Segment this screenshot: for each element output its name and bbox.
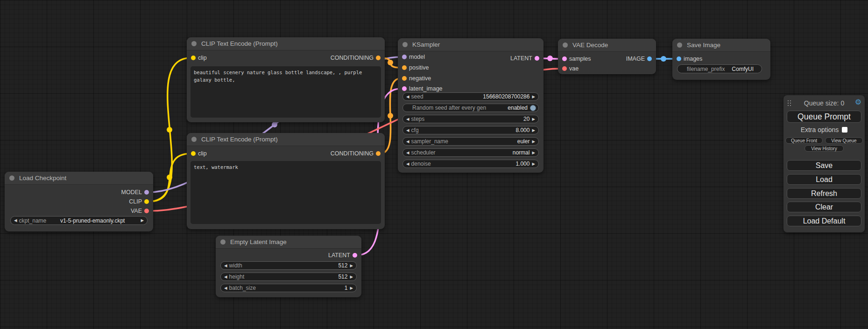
widget-batch-size[interactable]: ◀ batch_size 1 ▶	[220, 284, 357, 292]
increment-arrow-icon[interactable]: ▶	[350, 286, 353, 290]
increment-arrow-icon[interactable]: ▶	[350, 275, 353, 279]
positive-prompt-textarea[interactable]: beautiful scenery nature glass bottle la…	[191, 66, 381, 118]
node-load-checkpoint[interactable]: Load Checkpoint MODEL CLIP VAE ◀ ckpt_na…	[5, 172, 153, 231]
input-slot-clip[interactable]: clip	[189, 149, 207, 158]
increment-arrow-icon[interactable]: ▶	[532, 117, 535, 121]
increment-arrow-icon[interactable]: ▶	[141, 218, 144, 223]
conditioning-port-icon[interactable]	[402, 76, 407, 81]
widget-steps[interactable]: ◀ steps 20 ▶	[402, 115, 539, 123]
collapse-dot-icon[interactable]	[191, 41, 197, 46]
decrement-arrow-icon[interactable]: ◀	[406, 117, 409, 121]
decrement-arrow-icon[interactable]: ◀	[14, 218, 17, 223]
node-title-bar[interactable]: Load Checkpoint	[5, 172, 153, 185]
widget-seed[interactable]: ◀ seed 156680208700286 ▶	[402, 92, 539, 101]
clip-port-icon[interactable]	[191, 151, 196, 156]
increment-arrow-icon[interactable]: ▶	[532, 140, 535, 144]
latent-port-icon[interactable]	[562, 56, 567, 61]
view-queue-button[interactable]: View Queue	[825, 137, 863, 144]
node-title-bar[interactable]: VAE Decode	[558, 39, 656, 52]
conditioning-port-icon[interactable]	[376, 56, 381, 60]
increment-arrow-icon[interactable]: ▶	[532, 95, 535, 99]
input-slot-latent-image[interactable]: latent_image	[400, 84, 443, 93]
input-slot-images[interactable]: images	[674, 55, 702, 63]
collapse-dot-icon[interactable]	[191, 137, 197, 142]
node-title-bar[interactable]: KSampler	[398, 38, 543, 51]
refresh-button[interactable]: Refresh	[787, 188, 861, 199]
latent-port-icon[interactable]	[353, 253, 357, 258]
toggle-enabled-icon[interactable]	[530, 105, 536, 111]
widget-height[interactable]: ◀ height 512 ▶	[220, 273, 357, 281]
latent-port-icon[interactable]	[402, 86, 407, 91]
node-graph-canvas[interactable]: Load Checkpoint MODEL CLIP VAE ◀ ckpt_na…	[0, 0, 868, 329]
queue-front-button[interactable]: Queue Front	[785, 137, 823, 144]
output-slot-model[interactable]: MODEL	[121, 188, 151, 196]
decrement-arrow-icon[interactable]: ◀	[224, 286, 227, 290]
collapse-dot-icon[interactable]	[220, 239, 226, 245]
node-title-bar[interactable]: CLIP Text Encode (Prompt)	[187, 133, 385, 146]
input-slot-clip[interactable]: clip	[189, 54, 207, 62]
clip-port-icon[interactable]	[144, 199, 149, 204]
decrement-arrow-icon[interactable]: ◀	[406, 95, 409, 99]
vae-port-icon[interactable]	[144, 209, 149, 213]
decrement-arrow-icon[interactable]: ◀	[406, 151, 409, 155]
view-history-button[interactable]: View History	[804, 145, 844, 152]
node-clip-text-encode-negative[interactable]: CLIP Text Encode (Prompt) clip CONDITION…	[187, 133, 385, 229]
node-vae-decode[interactable]: VAE Decode samples vae IMAGE	[558, 39, 656, 74]
decrement-arrow-icon[interactable]: ◀	[406, 128, 409, 133]
widget-ckpt-name[interactable]: ◀ ckpt_name v1-5-pruned-emaonly.ckpt ▶	[10, 216, 148, 225]
output-slot-conditioning[interactable]: CONDITIONING	[331, 149, 383, 158]
clear-button[interactable]: Clear	[787, 202, 861, 212]
input-slot-samples[interactable]: samples	[560, 55, 591, 63]
node-save-image[interactable]: Save Image images filename_prefix ComfyU…	[672, 39, 770, 80]
collapse-dot-icon[interactable]	[677, 42, 682, 48]
increment-arrow-icon[interactable]: ▶	[350, 264, 353, 268]
collapse-dot-icon[interactable]	[9, 175, 14, 181]
load-button[interactable]: Load	[787, 174, 861, 185]
model-port-icon[interactable]	[144, 190, 149, 195]
decrement-arrow-icon[interactable]: ◀	[224, 275, 227, 279]
output-slot-vae[interactable]: VAE	[131, 207, 151, 215]
save-button[interactable]: Save	[787, 160, 861, 171]
increment-arrow-icon[interactable]: ▶	[532, 128, 535, 133]
output-slot-clip[interactable]: CLIP	[129, 197, 151, 206]
collapse-dot-icon[interactable]	[402, 42, 408, 47]
collapse-dot-icon[interactable]	[563, 42, 568, 48]
widget-random-seed-toggle[interactable]: Random seed after every gen enabled	[402, 104, 539, 112]
node-clip-text-encode-positive[interactable]: CLIP Text Encode (Prompt) clip CONDITION…	[187, 37, 385, 122]
conditioning-port-icon[interactable]	[402, 65, 407, 70]
increment-arrow-icon[interactable]: ▶	[532, 162, 535, 166]
gear-icon[interactable]: ⚙	[855, 97, 861, 107]
negative-prompt-textarea[interactable]: text, watermark	[191, 161, 381, 224]
vae-port-icon[interactable]	[562, 66, 567, 71]
latent-port-icon[interactable]	[535, 56, 539, 61]
output-slot-conditioning[interactable]: CONDITIONING	[331, 54, 383, 62]
widget-sampler-name[interactable]: ◀ sampler_name euler ▶	[402, 137, 539, 146]
widget-denoise[interactable]: ◀ denoise 1.000 ▶	[402, 160, 539, 168]
input-slot-model[interactable]: model	[400, 53, 425, 61]
node-title-bar[interactable]: CLIP Text Encode (Prompt)	[187, 37, 385, 50]
output-slot-image[interactable]: IMAGE	[626, 55, 654, 63]
extra-options-checkbox[interactable]	[842, 127, 847, 133]
output-slot-latent[interactable]: LATENT	[510, 54, 542, 63]
conditioning-port-icon[interactable]	[376, 151, 381, 156]
node-title-bar[interactable]: Save Image	[672, 39, 770, 52]
decrement-arrow-icon[interactable]: ◀	[406, 162, 409, 166]
queue-prompt-button[interactable]: Queue Prompt	[787, 111, 861, 123]
increment-arrow-icon[interactable]: ▶	[532, 151, 535, 155]
input-slot-negative[interactable]: negative	[400, 74, 431, 83]
widget-width[interactable]: ◀ width 512 ▶	[220, 261, 357, 270]
model-port-icon[interactable]	[402, 55, 407, 59]
input-slot-vae[interactable]: vae	[560, 64, 579, 73]
output-slot-latent[interactable]: LATENT	[328, 251, 360, 259]
node-ksampler[interactable]: KSampler model positive negative latent_…	[398, 38, 543, 173]
load-default-button[interactable]: Load Default	[787, 216, 861, 226]
clip-port-icon[interactable]	[191, 56, 196, 60]
widget-cfg[interactable]: ◀ cfg 8.000 ▶	[402, 126, 539, 134]
widget-scheduler[interactable]: ◀ scheduler normal ▶	[402, 148, 539, 157]
decrement-arrow-icon[interactable]: ◀	[406, 140, 409, 144]
widget-filename-prefix[interactable]: filename_prefix ComfyUI	[677, 64, 762, 73]
node-title-bar[interactable]: Empty Latent Image	[216, 236, 361, 249]
node-empty-latent-image[interactable]: Empty Latent Image LATENT ◀ width 512 ▶ …	[216, 236, 361, 297]
decrement-arrow-icon[interactable]: ◀	[224, 264, 227, 268]
input-slot-positive[interactable]: positive	[400, 63, 429, 72]
